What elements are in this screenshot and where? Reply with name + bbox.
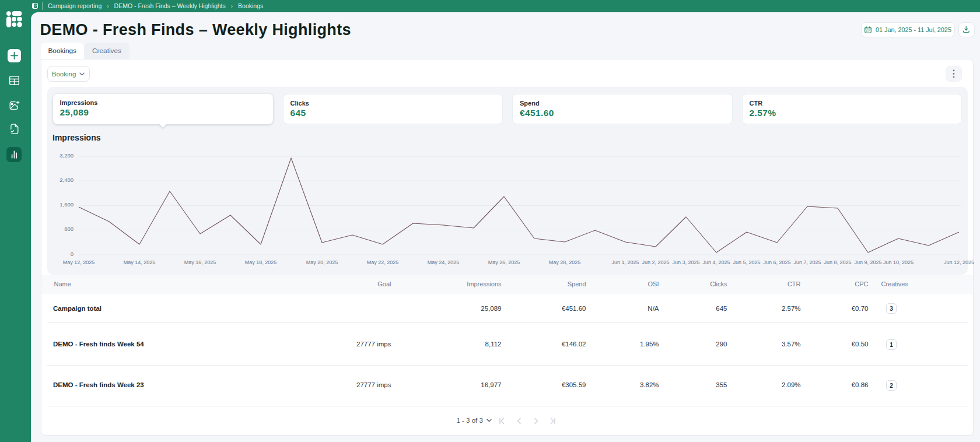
svg-text:May 12, 2025: May 12, 2025 [62,259,94,265]
svg-text:800: 800 [64,226,74,232]
svg-text:Jun 9, 2025: Jun 9, 2025 [854,259,881,265]
svg-text:0: 0 [70,251,73,257]
svg-text:May 20, 2025: May 20, 2025 [306,259,338,265]
svg-text:2,400: 2,400 [60,177,74,183]
svg-text:Jun 10, 2025: Jun 10, 2025 [883,259,913,265]
svg-text:May 14, 2025: May 14, 2025 [123,259,155,265]
svg-text:May 28, 2025: May 28, 2025 [548,259,580,265]
svg-text:Jun 6, 2025: Jun 6, 2025 [763,259,790,265]
svg-text:May 24, 2025: May 24, 2025 [427,259,459,265]
svg-text:Jun 3, 2025: Jun 3, 2025 [672,259,699,265]
svg-text:Jun 4, 2025: Jun 4, 2025 [702,259,730,265]
svg-text:Jun 1, 2025: Jun 1, 2025 [611,259,639,265]
svg-text:May 18, 2025: May 18, 2025 [244,259,276,265]
svg-text:3,200: 3,200 [60,152,74,159]
svg-text:1,600: 1,600 [60,201,74,208]
svg-text:Jun 5, 2025: Jun 5, 2025 [733,259,760,265]
svg-text:May 26, 2025: May 26, 2025 [488,259,520,265]
svg-text:Jun 2, 2025: Jun 2, 2025 [642,259,669,265]
svg-text:Jun 8, 2025: Jun 8, 2025 [824,259,851,265]
svg-text:Jun 12, 2025: Jun 12, 2025 [943,259,974,265]
svg-text:May 22, 2025: May 22, 2025 [366,259,398,265]
svg-text:May 16, 2025: May 16, 2025 [184,259,216,265]
svg-text:Jun 7, 2025: Jun 7, 2025 [793,259,821,265]
